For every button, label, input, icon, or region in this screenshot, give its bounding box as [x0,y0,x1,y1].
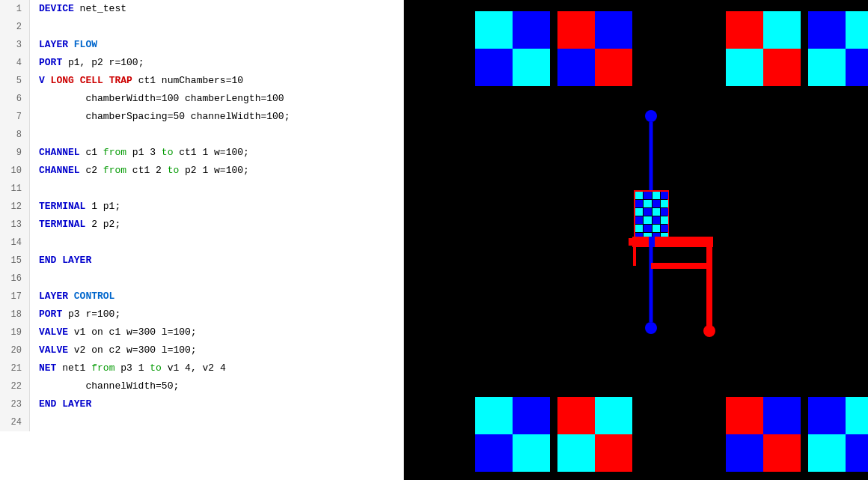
token: PORT [39,309,68,320]
code-line: 21NET net1 from p3 1 to v1 4, v2 4 [0,359,403,377]
token: p1, p2 r=100; [68,57,144,68]
line-number: 9 [0,144,30,162]
svg-rect-7 [595,49,632,86]
visualization-panel [404,0,868,480]
token: v1 on c1 w=300 l=100; [74,326,197,338]
line-number: 7 [0,108,30,126]
line-content: PORT p3 r=100; [30,306,403,323]
token: 1 p1; [91,201,120,212]
code-line: 19VALVE v1 on c1 w=300 l=100; [0,323,403,341]
svg-rect-43 [635,208,643,216]
line-content [30,413,403,431]
token: FLOW [74,39,97,50]
line-number: 10 [0,162,30,180]
token: LAYER [62,398,91,410]
token: to [168,165,185,176]
token: LAYER [39,291,74,302]
code-line: 4PORT p1, p2 r=100; [0,54,403,72]
svg-rect-17 [513,397,550,434]
line-number: 5 [0,72,30,90]
line-number: 13 [0,216,30,234]
svg-rect-51 [635,225,643,232]
line-content: chamberSpacing=50 channelWidth=100; [30,108,403,126]
line-content [30,18,403,36]
token: ct1 1 w=100; [179,147,249,158]
token: from [91,362,120,374]
line-number: 22 [0,377,30,395]
svg-rect-11 [763,49,801,86]
svg-rect-27 [763,434,801,472]
svg-rect-42 [661,200,668,207]
code-line: 17LAYER CONTROL [0,288,403,306]
line-content [30,180,403,198]
line-content: CHANNEL c2 from ct1 2 to p2 1 w=100; [30,162,403,180]
line-number: 21 [0,359,30,377]
token: p2 1 w=100; [185,165,249,176]
line-number: 16 [0,270,30,288]
svg-rect-49 [652,216,660,224]
line-content: chamberWidth=100 chamberLength=100 [30,90,403,108]
code-editor[interactable]: 1DEVICE net_test2 3LAYER FLOW4PORT p1, p… [0,0,404,480]
token: CONTROL [74,291,115,302]
svg-point-32 [645,110,657,122]
svg-rect-36 [644,192,652,199]
token: chamberSpacing=50 channelWidth=100; [39,111,290,122]
token: v1 4, v2 4 [168,362,226,374]
svg-point-64 [645,322,657,334]
line-number: 20 [0,341,30,359]
token: PORT [39,57,68,68]
line-content: DEVICE net_test [30,0,403,18]
line-content: LAYER FLOW [30,36,403,54]
line-number: 6 [0,90,30,108]
svg-rect-40 [644,200,652,207]
code-line: 3LAYER FLOW [0,36,403,54]
svg-rect-3 [513,49,550,86]
token: CHANNEL [39,165,85,176]
svg-rect-30 [808,434,846,472]
token: c2 [85,165,103,176]
token: v2 on c2 w=300 l=100; [74,344,197,356]
token: from [103,165,132,176]
svg-rect-25 [763,397,801,434]
token: VALVE [39,344,74,356]
svg-rect-19 [513,434,550,472]
line-content: channelWidth=50; [30,377,403,395]
svg-rect-53 [652,225,660,232]
token: p3 1 [120,362,150,374]
svg-rect-37 [652,192,660,199]
svg-rect-6 [557,49,595,86]
token: LAYER [62,255,91,266]
token: DEVICE [39,3,80,14]
svg-rect-48 [644,216,652,224]
code-line: 16 [0,270,403,288]
line-content: PORT p1, p2 r=100; [30,54,403,72]
svg-rect-31 [846,434,868,472]
svg-rect-24 [726,397,763,434]
code-line: 11 [0,180,403,198]
line-content: LAYER CONTROL [30,288,403,306]
svg-point-62 [703,325,715,337]
svg-rect-12 [808,11,846,49]
line-content: VALVE v2 on c2 w=300 l=100; [30,341,403,359]
token: LONG [51,75,80,86]
token: VALVE [39,326,74,338]
code-line: 6 chamberWidth=100 chamberLength=100 [0,90,403,108]
code-line: 5V LONG CELL TRAP ct1 numChambers=10 [0,72,403,90]
code-line: 7 chamberSpacing=50 channelWidth=100; [0,108,403,126]
token: TERMINAL [39,219,91,230]
token: ct1 2 [132,165,168,176]
svg-rect-45 [652,208,660,216]
token: TRAP [109,75,138,86]
code-lines: 1DEVICE net_test2 3LAYER FLOW4PORT p1, p… [0,0,403,480]
svg-rect-67 [649,237,655,247]
svg-rect-18 [475,434,513,472]
line-content: END LAYER [30,252,403,270]
svg-rect-5 [595,11,632,49]
svg-rect-23 [595,434,632,472]
token: to [150,362,167,374]
svg-rect-54 [661,225,668,232]
svg-rect-38 [661,192,668,199]
code-line: 14 [0,234,403,252]
line-number: 4 [0,54,30,72]
token: CHANNEL [39,147,85,158]
